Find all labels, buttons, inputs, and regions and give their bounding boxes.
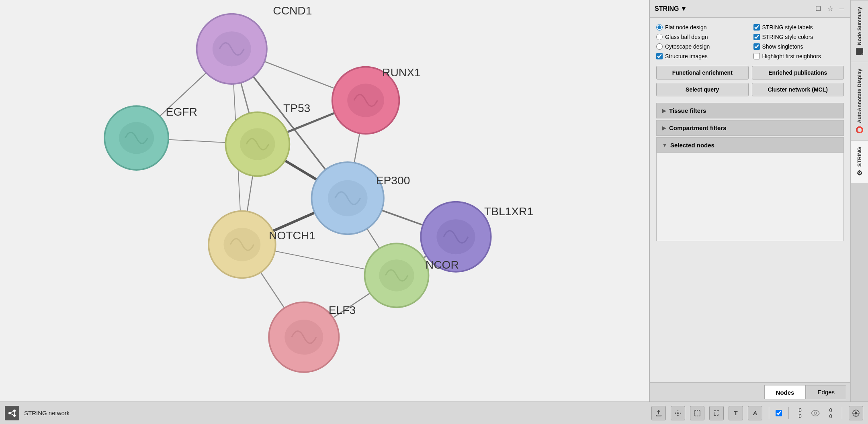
structure-images-label: Structure images [665,53,708,59]
text-button[interactable]: T [729,406,743,420]
compass-button[interactable] [849,406,863,420]
enriched-publications-button[interactable]: Enriched publications [752,66,844,80]
option-glass-ball-design[interactable]: Glass ball design [656,34,747,40]
functional-enrichment-button[interactable]: Functional enrichment [656,66,749,80]
panel-tab-bar: Nodes Edges [650,382,850,402]
svg-text:TP53: TP53 [283,102,310,114]
svg-point-50 [677,412,679,414]
counter2-top: 0 [829,407,832,413]
cytoscape-design-label: Cytoscape design [665,43,710,50]
svg-text:EP300: EP300 [376,174,410,187]
option-show-singletons[interactable]: Show singletons [753,43,844,50]
string-icon: ⚙ [856,169,863,177]
flat-node-design-label: Flat node design [665,24,707,31]
autoannotate-label: AutoAnnotate Display [856,69,862,123]
selected-nodes-section: ▼ Selected nodes [656,137,844,241]
string-label: STRING [856,147,862,167]
toolbar-divider1 [769,407,769,419]
nodes-tab[interactable]: Nodes [764,385,806,399]
select-button[interactable] [690,406,704,420]
sidebar-tabs: ⬛ Node Summary ⭕ AutoAnnotate Display ⚙ … [850,0,868,402]
compartment-filters-section: ▶ Compartment filters [656,120,844,136]
sidebar-tab-autoannotate[interactable]: ⭕ AutoAnnotate Display [851,62,868,140]
tissue-filters-arrow: ▶ [662,108,666,114]
string-style-labels-label: STRING style labels [762,24,813,31]
toolbar-checkbox[interactable] [776,410,782,416]
close-button[interactable]: ─ [838,4,845,13]
select2-button[interactable] [709,406,724,420]
svg-rect-51 [694,410,700,416]
bottom-toolbar: STRING network T A 0 0 [0,402,868,424]
sidebar-tab-string[interactable]: ⚙ STRING [851,140,868,183]
toolbar-checkbox-area [776,410,782,416]
tissue-filters-header[interactable]: ▶ Tissue filters [657,103,843,118]
selected-nodes-label: Selected nodes [670,142,714,149]
option-structure-images[interactable]: Structure images [656,53,747,59]
cluster-network-mcl-button[interactable]: Cluster network (MCL) [752,83,844,96]
toolbar-divider2 [788,407,789,419]
eye-icon-area [810,410,821,416]
selected-nodes-arrow: ▼ [662,143,667,148]
option-highlight-first-neighbors[interactable]: Highlight first neighbors [753,53,844,59]
svg-point-56 [855,412,857,414]
svg-line-47 [10,411,14,413]
right-panel: STRING ▼ ☐ ☆ ─ Flat node design STRING [649,0,850,402]
compartment-filters-header[interactable]: ▶ Compartment filters [657,120,843,135]
svg-line-48 [10,413,14,416]
svg-text:ELF3: ELF3 [329,304,356,316]
text-icon: T [734,410,737,416]
compartment-filters-arrow: ▶ [662,125,666,131]
compartment-filters-label: Compartment filters [669,124,727,131]
edges-tab[interactable]: Edges [806,385,846,399]
selected-nodes-header[interactable]: ▼ Selected nodes [657,138,843,153]
counter1-bottom: 0 [798,413,801,419]
panel-title: STRING ▼ [655,5,687,12]
network-label: STRING network [24,410,647,416]
option-string-style-labels[interactable]: STRING style labels [753,24,844,31]
annotate-button[interactable]: A [748,406,762,420]
tissue-filters-label: Tissue filters [669,107,706,114]
select-query-button[interactable]: Select query [656,83,749,96]
svg-text:NOTCH1: NOTCH1 [269,229,315,242]
highlight-first-neighbors-label: Highlight first neighbors [762,53,821,59]
move-button[interactable] [671,406,685,420]
maximize-button[interactable]: ☐ [814,4,823,13]
sidebar-tab-node-summary[interactable]: ⬛ Node Summary [851,0,868,62]
panel-title-text: STRING [655,5,679,12]
selected-nodes-content [657,153,843,241]
show-singletons-label: Show singletons [762,43,803,50]
panel-content: Flat node design STRING style labels Gla… [650,18,850,382]
node-summary-icon: ⬛ [856,47,863,55]
string-style-colors-label: STRING style colors [762,34,813,40]
annotate-icon: A [753,410,757,416]
counter2-bottom: 0 [829,413,832,419]
svg-text:RUNX1: RUNX1 [382,66,421,79]
svg-text:EGFR: EGFR [166,105,197,118]
svg-text:NCOR: NCOR [426,258,459,271]
svg-text:CCND1: CCND1 [273,4,312,17]
glass-ball-design-label: Glass ball design [665,34,708,40]
toolbar-divider3 [842,407,842,419]
option-string-style-colors[interactable]: STRING style colors [753,34,844,40]
panel-header: STRING ▼ ☐ ☆ ─ [650,0,850,18]
network-svg: CCND1RUNX1TP53EGFREP300NOTCH1TBL1XR1NCOR… [0,0,649,402]
toolbar-counter2: 0 0 [826,407,835,419]
panel-title-controls: ☐ ☆ ─ [814,4,845,13]
svg-point-52 [814,412,817,414]
network-icon [5,406,19,420]
pin-button[interactable]: ☆ [826,4,835,13]
svg-text:TBL1XR1: TBL1XR1 [484,205,533,218]
action-buttons-grid: Functional enrichment Enriched publicati… [656,66,844,96]
counter1-top: 0 [798,407,801,413]
option-cytoscape-design[interactable]: Cytoscape design [656,43,747,50]
options-grid: Flat node design STRING style labels Gla… [656,24,844,59]
export-button[interactable] [651,406,666,420]
node-summary-label: Node Summary [856,7,862,45]
option-flat-node-design[interactable]: Flat node design [656,24,747,31]
network-canvas[interactable]: CCND1RUNX1TP53EGFREP300NOTCH1TBL1XR1NCOR… [0,0,649,402]
tissue-filters-section: ▶ Tissue filters [656,103,844,118]
toolbar-counter1: 0 0 [795,407,805,419]
autoannotate-icon: ⭕ [856,126,863,134]
panel-dropdown-arrow[interactable]: ▼ [680,5,687,12]
